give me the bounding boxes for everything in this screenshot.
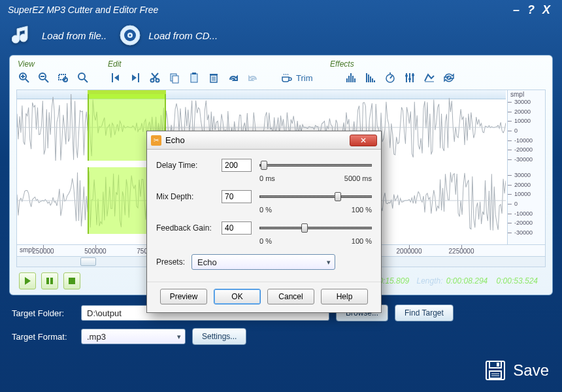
svg-line-14 xyxy=(84,79,88,82)
dialog-close-button[interactable]: ✕ xyxy=(350,135,377,146)
svg-rect-56 xyxy=(489,361,501,368)
mix-label: Mix Depth: xyxy=(156,192,216,201)
zoom-selection-icon[interactable] xyxy=(56,70,71,86)
delay-slider[interactable] xyxy=(259,161,372,170)
mix-slider[interactable] xyxy=(259,192,372,201)
music-note-icon xyxy=(12,24,35,47)
titlebar: SuperEZ MP3 Cutter and Editor Free – ? X xyxy=(0,0,562,20)
svg-rect-54 xyxy=(69,278,75,284)
svg-rect-24 xyxy=(192,73,196,74)
svg-point-13 xyxy=(78,73,85,80)
svg-rect-11 xyxy=(59,74,65,80)
sel-end-icon[interactable] xyxy=(127,70,143,86)
settings-button[interactable]: Settings... xyxy=(192,328,246,345)
load-from-cd[interactable]: Load from CD... xyxy=(118,24,218,47)
stop-button[interactable] xyxy=(63,272,80,289)
svg-rect-52 xyxy=(46,278,49,284)
svg-point-47 xyxy=(408,78,411,80)
svg-rect-57 xyxy=(497,363,499,367)
target-format-combo[interactable]: .mp3 xyxy=(81,329,186,344)
toolbar: Trim xyxy=(16,69,546,90)
cut-icon[interactable] xyxy=(147,70,163,86)
group-effects: Effects xyxy=(330,59,461,69)
svg-rect-37 xyxy=(370,76,371,82)
ok-button[interactable]: OK xyxy=(214,289,261,304)
svg-rect-22 xyxy=(173,76,178,83)
mix-input[interactable] xyxy=(222,190,252,203)
svg-rect-31 xyxy=(348,76,350,82)
svg-rect-23 xyxy=(191,74,197,82)
svg-rect-34 xyxy=(354,78,355,82)
target-format-label: Target Format: xyxy=(12,332,74,342)
coffee-icon xyxy=(280,72,292,84)
zoom-out-icon[interactable] xyxy=(36,70,52,86)
load-cd-label: Load from CD... xyxy=(148,30,218,41)
cancel-button[interactable]: Cancel xyxy=(267,289,314,304)
svg-line-9 xyxy=(45,79,48,82)
help-button[interactable]: Help xyxy=(321,289,368,304)
zoom-fit-icon[interactable] xyxy=(75,70,91,86)
load-row: Load from file.. Load from CD... xyxy=(0,20,562,55)
svg-rect-58 xyxy=(489,371,501,378)
group-view: View xyxy=(16,59,108,69)
load-from-file[interactable]: Load from file.. xyxy=(12,24,107,47)
app-title: SuperEZ MP3 Cutter and Editor Free xyxy=(8,5,158,15)
copy-icon[interactable] xyxy=(167,70,182,86)
fx-equalizer-icon[interactable] xyxy=(402,70,418,86)
sel-start-icon[interactable] xyxy=(108,70,124,86)
help-button[interactable]: ? xyxy=(523,3,538,17)
paste-icon[interactable] xyxy=(186,70,202,86)
find-target-button[interactable]: Find Target xyxy=(395,304,454,321)
svg-line-5 xyxy=(25,79,29,82)
minimize-button[interactable]: – xyxy=(509,3,523,17)
amplitude-ruler: smpl 3000020000100000-10000-20000-300003… xyxy=(507,90,545,244)
toolbar-group-labels: View Edit Effects xyxy=(16,59,546,69)
undo-icon[interactable] xyxy=(245,70,261,86)
scissors-icon: ✂ xyxy=(151,135,161,146)
load-file-label: Load from file.. xyxy=(42,30,107,41)
svg-rect-36 xyxy=(368,74,369,82)
svg-point-3 xyxy=(129,35,131,37)
echo-dialog: ✂ Echo ✕ Delay Time: 0 ms5000 ms Mix Dep… xyxy=(146,131,382,313)
redo-icon[interactable] xyxy=(225,70,241,86)
dialog-title: Echo xyxy=(165,135,185,145)
fx-echo-icon[interactable] xyxy=(441,70,457,86)
presets-combo[interactable]: Echo xyxy=(191,254,335,270)
feedback-label: Feedback Gain: xyxy=(156,223,216,233)
svg-rect-15 xyxy=(112,73,113,82)
svg-rect-39 xyxy=(374,80,375,82)
fx-speed-icon[interactable] xyxy=(382,70,398,86)
feedback-input[interactable] xyxy=(222,221,252,235)
group-edit: Edit xyxy=(108,59,330,69)
svg-rect-38 xyxy=(372,78,373,82)
cd-icon xyxy=(118,24,142,47)
pause-button[interactable] xyxy=(41,272,58,289)
trim-label: Trim xyxy=(296,73,313,83)
svg-rect-53 xyxy=(50,278,53,284)
presets-label: Presets: xyxy=(156,257,185,267)
trim-button[interactable]: Trim xyxy=(278,72,316,84)
target-folder-label: Target Folder: xyxy=(12,308,74,318)
svg-rect-16 xyxy=(138,73,139,82)
delay-label: Delay Time: xyxy=(156,161,216,170)
delete-icon[interactable] xyxy=(206,70,222,86)
save-icon xyxy=(484,359,506,382)
svg-rect-29 xyxy=(210,74,218,75)
svg-rect-35 xyxy=(366,73,367,82)
svg-rect-30 xyxy=(346,78,348,82)
svg-rect-32 xyxy=(350,73,352,82)
play-button[interactable] xyxy=(19,272,36,289)
fx-envelope-icon[interactable] xyxy=(422,70,437,86)
svg-rect-33 xyxy=(352,76,354,82)
feedback-slider[interactable] xyxy=(259,223,372,233)
save-button[interactable]: Save xyxy=(484,359,549,382)
zoom-in-icon[interactable] xyxy=(16,70,32,86)
fx-amplify-icon[interactable] xyxy=(343,70,359,86)
close-button[interactable]: X xyxy=(538,3,554,17)
fx-fade-icon[interactable] xyxy=(363,70,378,86)
preview-button[interactable]: Preview xyxy=(160,289,207,304)
svg-point-48 xyxy=(412,74,414,76)
svg-line-41 xyxy=(390,76,392,78)
dialog-titlebar[interactable]: ✂ Echo ✕ xyxy=(147,131,381,150)
delay-input[interactable] xyxy=(222,159,252,172)
